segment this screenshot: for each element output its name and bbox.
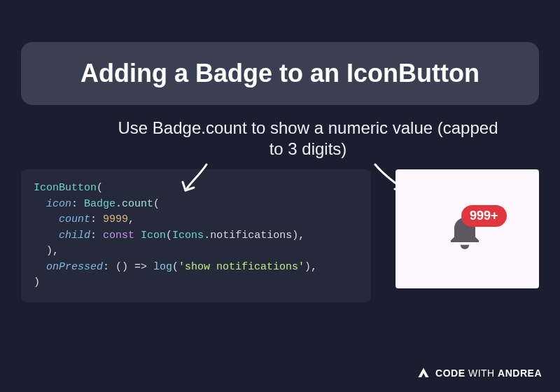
code-token: ( [172, 261, 178, 273]
preview-panel: 999+ [396, 169, 539, 288]
code-token: ), [304, 261, 317, 273]
page-title: Adding a Badge to an IconButton [35, 59, 525, 88]
code-panel: IconButton( icon: Badge.count( count: 99… [21, 169, 371, 302]
code-token: count [122, 198, 153, 210]
code-token: child [59, 230, 90, 241]
code-token: : [90, 214, 103, 225]
code-token: ), [34, 245, 59, 257]
code-token: 9999 [103, 214, 128, 225]
code-token: count [59, 214, 90, 225]
title-bar: Adding a Badge to an IconButton [21, 42, 539, 105]
code-token: const [103, 230, 134, 241]
code-token: : [90, 230, 103, 241]
code-token: ) [34, 276, 40, 288]
footer-brand: CODE WITH ANDREA [417, 367, 542, 379]
brand-text-2: WITH [465, 368, 498, 379]
subtitle: Use Badge.count to show a numeric value … [112, 118, 504, 160]
code-token: log [153, 261, 172, 273]
badge-count: 999+ [461, 205, 507, 227]
notification-bell-wrap: 999+ [440, 201, 496, 257]
code-token: . [115, 198, 122, 210]
code-token: Icons [172, 230, 204, 241]
brand-text-3: ANDREA [498, 368, 542, 379]
code-token [34, 230, 59, 241]
code-token [34, 261, 46, 273]
code-token: 'show notifications' [178, 261, 304, 273]
code-token: ( [97, 182, 103, 194]
code-token [34, 214, 59, 225]
brand-logo-icon [417, 367, 430, 379]
code-token: ( [166, 230, 172, 241]
brand-text-1: CODE [435, 368, 465, 379]
code-token: Icon [141, 230, 166, 241]
code-token: Badge [84, 198, 115, 210]
code-token: : [71, 198, 84, 210]
content-row: IconButton( icon: Badge.count( count: 99… [0, 169, 560, 302]
code-token: IconButton [34, 182, 97, 194]
code-token: ( [153, 198, 160, 210]
code-token: .notifications), [204, 230, 304, 241]
code-token: : () => [103, 261, 153, 273]
code-token: onPressed [46, 261, 103, 273]
code-token [134, 230, 141, 241]
code-token: icon [46, 198, 71, 210]
code-token [34, 198, 46, 210]
code-token: , [128, 214, 134, 225]
